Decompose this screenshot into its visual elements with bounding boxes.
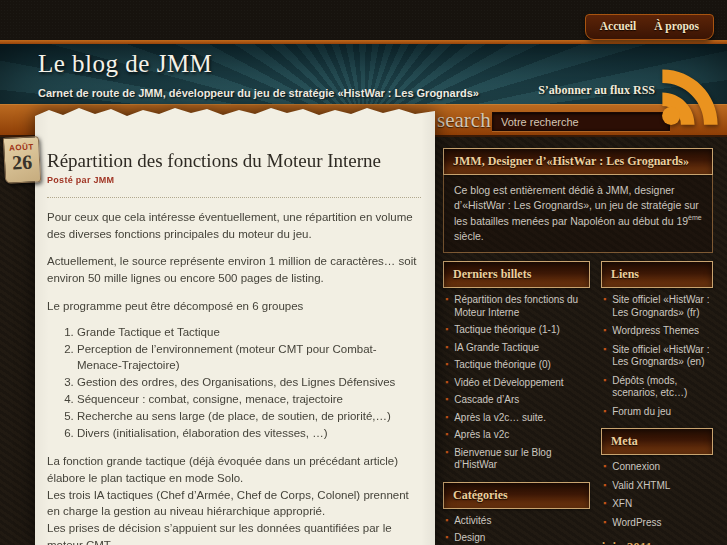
rss-icon[interactable] xyxy=(651,58,727,136)
meta-list: ▪Connexion ▪Valid XHTML ▪XFN ▪WordPress xyxy=(601,461,713,529)
recent-posts-list: ▪Répartition des fonctions du Moteur Int… xyxy=(443,294,590,472)
article-paper: Répartition des fonctions du Moteur Inte… xyxy=(35,106,435,545)
header-banner: Le blog de JMM Carnet de route de JMM, d… xyxy=(0,44,727,104)
post-byline: Posté par JMM xyxy=(47,175,421,185)
post-paragraph: Pour ceux que cela intéresse éventuellem… xyxy=(47,209,421,242)
sidebar-right-column: Liens ▪Site officiel «HistWar : Les Grog… xyxy=(601,261,713,545)
post-line: Les trois IA tactiques (Chef d’Armée, Ch… xyxy=(47,487,421,520)
bullet-icon: ▪ xyxy=(445,342,448,355)
about-box-title: JMM, Designer d’«HistWar : Les Grognards… xyxy=(443,148,713,175)
recent-post-link[interactable]: ▪Cascade d’Ars xyxy=(445,394,590,407)
recent-post-link[interactable]: ▪Après la v2c xyxy=(445,429,590,442)
recent-post-link[interactable]: ▪Tactique théorique (1-1) xyxy=(445,324,590,337)
top-navigation: Accueil À propos xyxy=(585,14,714,40)
blog-page: Accueil À propos Le blog de JMM Carnet d… xyxy=(0,0,727,545)
post-paragraph: La fonction grande tactique (déjà évoqué… xyxy=(47,453,421,545)
post-title[interactable]: Répartition des fonctions du Moteur Inte… xyxy=(47,150,421,172)
blog-title[interactable]: Le blog de JMM xyxy=(38,44,212,84)
links-list: ▪Site officiel «HistWar : Les Grognards»… xyxy=(601,294,713,418)
recent-post-link[interactable]: ▪IA Grande Tactique xyxy=(445,342,590,355)
bullet-icon: ▪ xyxy=(445,377,448,390)
post-date-day: 26 xyxy=(5,151,40,174)
external-link[interactable]: ▪Site officiel «HistWar : Les Grognards»… xyxy=(603,294,713,319)
recent-post-link[interactable]: ▪Répartition des fonctions du Moteur Int… xyxy=(445,294,590,319)
bullet-icon: ▪ xyxy=(445,294,448,319)
bullet-icon: ▪ xyxy=(445,515,448,528)
categories-list: ▪Activités ▪Design ▪Livres ▪Non classé xyxy=(443,515,590,545)
external-link[interactable]: ▪Dépôts (mods, scenarios, etc…) xyxy=(603,375,713,400)
about-box: JMM, Designer d’«HistWar : Les Grognards… xyxy=(443,148,713,253)
external-link[interactable]: ▪Site officiel «HistWar : Les Grognards»… xyxy=(603,344,713,369)
bullet-icon: ▪ xyxy=(603,498,606,511)
bullet-icon: ▪ xyxy=(445,412,448,425)
recent-post-link[interactable]: ▪Vidéo et Développement xyxy=(445,377,590,390)
nav-item-a-propos[interactable]: À propos xyxy=(654,20,699,32)
list-item: Gestion des ordres, des Organisations, d… xyxy=(77,375,421,391)
bullet-icon: ▪ xyxy=(603,480,606,493)
recent-post-link[interactable]: ▪Après la v2c… suite. xyxy=(445,412,590,425)
bullet-icon: ▪ xyxy=(603,517,606,530)
search-input[interactable] xyxy=(492,112,670,131)
meta-link[interactable]: ▪XFN xyxy=(603,498,713,511)
search-label: search xyxy=(437,108,491,133)
bullet-icon: ▪ xyxy=(603,461,606,474)
meta-link[interactable]: ▪WordPress xyxy=(603,517,713,530)
bullet-icon: ▪ xyxy=(445,447,448,472)
categories-title: Catégories xyxy=(443,482,590,509)
post-date-badge: AOÛT 26 xyxy=(3,136,41,184)
post-line: Les prises de décision s’appuient sur le… xyxy=(47,520,421,545)
meta-link[interactable]: ▪Valid XHTML xyxy=(603,480,713,493)
post-line: La fonction grande tactique (déjà évoqué… xyxy=(47,453,421,486)
dotted-divider xyxy=(47,197,421,198)
category-link[interactable]: ▪Activités xyxy=(445,515,590,528)
category-link[interactable]: ▪Design xyxy=(445,532,590,545)
nav-item-accueil[interactable]: Accueil xyxy=(600,20,636,32)
recent-post-link[interactable]: ▪Bienvenue sur le Blog d’HistWar xyxy=(445,447,590,472)
bullet-icon: ▪ xyxy=(603,325,606,338)
recent-posts-title: Derniers billets xyxy=(443,261,590,288)
bullet-icon: ▪ xyxy=(445,359,448,372)
external-link[interactable]: ▪Forum du jeu xyxy=(603,406,713,419)
bullet-icon: ▪ xyxy=(603,294,606,319)
sidebar-left-column: Derniers billets ▪Répartition des foncti… xyxy=(443,261,590,545)
list-item: Séquenceur : combat, consigne, menace, t… xyxy=(77,392,421,408)
recent-post-link[interactable]: ▪Tactique théorique (0) xyxy=(445,359,590,372)
bullet-icon: ▪ xyxy=(445,532,448,545)
bullet-icon: ▪ xyxy=(603,375,606,400)
about-text: Ce blog est entièrement dédié à JMM, des… xyxy=(454,184,699,227)
bullet-icon: ▪ xyxy=(445,429,448,442)
blog-subtitle: Carnet de route de JMM, développeur du j… xyxy=(38,87,479,99)
rss-subscribe-link[interactable]: S’abonner au flux RSS xyxy=(538,83,655,98)
about-box-body: Ce blog est entièrement dédié à JMM, des… xyxy=(443,175,713,253)
bullet-icon: ▪ xyxy=(445,394,448,407)
bullet-icon: ▪ xyxy=(603,344,606,369)
list-item: Perception de l’environnement (moteur CM… xyxy=(77,342,421,374)
list-item: Divers (initialisation, élaboration des … xyxy=(77,426,421,442)
bullet-icon: ▪ xyxy=(603,406,606,419)
links-title: Liens xyxy=(601,261,713,288)
external-link[interactable]: ▪Wordpress Themes xyxy=(603,325,713,338)
engine-groups-list: Grande Tactique et Tactique Perception d… xyxy=(47,325,421,441)
calendar-month-title: juin 2011 xyxy=(601,539,713,545)
about-text-sup: ème xyxy=(688,214,702,221)
meta-link[interactable]: ▪Connexion xyxy=(603,461,713,474)
list-item: Recherche au sens large (de place, de so… xyxy=(77,409,421,425)
sidebar: JMM, Designer d’«HistWar : Les Grognards… xyxy=(443,148,713,545)
bullet-icon: ▪ xyxy=(445,324,448,337)
about-text: siècle. xyxy=(454,230,484,242)
post-paragraph: Le programme peut être décomposé en 6 gr… xyxy=(47,298,421,315)
post-paragraph: Actuellement, le source représente envir… xyxy=(47,253,421,286)
meta-title: Meta xyxy=(601,428,713,455)
list-item: Grande Tactique et Tactique xyxy=(77,325,421,341)
